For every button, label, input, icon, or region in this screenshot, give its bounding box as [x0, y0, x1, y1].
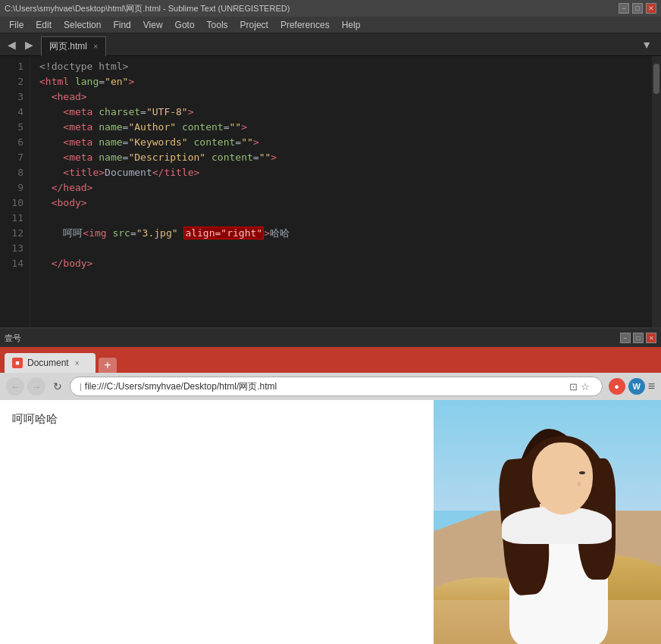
line-num: 6: [0, 135, 23, 150]
forward-button[interactable]: →: [27, 377, 45, 395]
browser-window: 壹号 − □ ✕ ■ Document × + ← → ↻ | file:///…: [0, 327, 661, 644]
record-button[interactable]: ●: [609, 378, 625, 395]
code-line-6: <meta name="Keywords" content="">: [39, 135, 643, 150]
scrollbar-thumb[interactable]: [653, 64, 659, 94]
editor-scrollbar[interactable]: [652, 56, 661, 327]
code-line-10: <body>: [39, 195, 643, 211]
line-num: 2: [0, 74, 23, 89]
line-num: 11: [0, 211, 23, 226]
menu-goto[interactable]: Goto: [169, 18, 201, 32]
tab-close-button[interactable]: ×: [93, 42, 98, 51]
screenshot-icon[interactable]: ⊡: [569, 381, 578, 392]
title-bar: C:\Users\smyhvae\Desktop\html\网页.html - …: [0, 0, 661, 17]
close-button[interactable]: ✕: [646, 3, 656, 14]
tab-prev-button[interactable]: ◀: [3, 33, 20, 56]
menu-find[interactable]: Find: [107, 18, 136, 32]
browser-active-tab[interactable]: ■ Document ×: [5, 353, 96, 373]
title-text: C:\Users\smyhvae\Desktop\html\网页.html - …: [5, 3, 290, 14]
wechat-button[interactable]: W: [628, 378, 645, 395]
tab-bar: ◀ ▶ 网页.html × ▼: [0, 33, 661, 56]
line-num: 12: [0, 226, 23, 241]
browser-window-controls: − □ ✕: [620, 333, 656, 343]
address-lock-icon: |: [80, 382, 82, 391]
line-num: 14: [0, 256, 23, 271]
code-editor: 1 2 3 4 5 6 7 8 9 10 11 12 13 14 <!docty…: [0, 56, 661, 327]
tab-next-button[interactable]: ▶: [20, 33, 38, 56]
code-line-9: </head>: [39, 180, 643, 195]
page-image: [434, 400, 661, 644]
browser-close-button[interactable]: ✕: [646, 333, 656, 343]
menu-edit[interactable]: Edit: [30, 18, 58, 32]
line-numbers: 1 2 3 4 5 6 7 8 9 10 11 12 13 14: [0, 56, 30, 327]
address-bar-row: ← → ↻ | file:///C:/Users/smyhvae/Desktop…: [0, 373, 661, 400]
bookmark-icon[interactable]: ☆: [581, 381, 590, 392]
line-num: 3: [0, 89, 23, 105]
window-controls: − □ ✕: [619, 3, 656, 14]
code-line-5: <meta name="Author" content="">: [39, 120, 643, 135]
address-input[interactable]: | file:///C:/Users/smyhvae/Desktop/html/…: [70, 377, 603, 396]
browser-content: 呵呵哈哈: [0, 400, 661, 644]
menu-project[interactable]: Project: [234, 18, 274, 32]
browser-tab-bar: ■ Document × +: [0, 347, 661, 373]
address-url: file:///C:/Users/smyhvae/Desktop/html/网页…: [85, 380, 569, 393]
menu-preferences[interactable]: Preferences: [274, 18, 336, 32]
code-line-14: </body>: [39, 256, 643, 271]
new-tab-button[interactable]: +: [99, 358, 117, 373]
browser-menu-button[interactable]: ≡: [648, 380, 655, 393]
line-num: 10: [0, 195, 23, 211]
editor-tab[interactable]: 网页.html ×: [41, 36, 106, 56]
browser-title-label: 壹号: [5, 333, 21, 344]
code-line-2: <html lang="en">: [39, 74, 643, 89]
line-num: 7: [0, 150, 23, 165]
maximize-button[interactable]: □: [632, 3, 643, 14]
code-line-1: <!doctype html>: [39, 59, 643, 74]
line-num: 5: [0, 120, 23, 135]
browser-title-bar: 壹号 − □ ✕: [0, 329, 661, 347]
person-figure: [487, 424, 638, 644]
menu-tools[interactable]: Tools: [201, 18, 234, 32]
menu-view[interactable]: View: [137, 18, 169, 32]
browser-action-buttons: ● W: [609, 378, 645, 395]
menu-help[interactable]: Help: [336, 18, 367, 32]
code-line-4: <meta charset="UTF-8">: [39, 105, 643, 120]
minimize-button[interactable]: −: [619, 3, 629, 14]
line-num: 13: [0, 241, 23, 256]
line-num: 1: [0, 59, 23, 74]
line-num: 8: [0, 165, 23, 180]
code-area[interactable]: <!doctype html> <html lang="en"> <head> …: [30, 56, 652, 327]
browser-minimize-button[interactable]: −: [620, 333, 631, 343]
refresh-button[interactable]: ↻: [49, 377, 67, 395]
browser-tab-close-button[interactable]: ×: [75, 359, 80, 367]
line-num: 4: [0, 105, 23, 120]
address-action-icons: ⊡ ☆: [569, 381, 590, 392]
tab-filename: 网页.html: [49, 40, 87, 53]
code-line-3: <head>: [39, 89, 643, 105]
page-text-area: 呵呵哈哈: [0, 400, 434, 644]
page-text: 呵呵哈哈: [12, 412, 58, 425]
menu-selection[interactable]: Selection: [58, 18, 107, 32]
browser-tab-label: Document: [27, 358, 69, 368]
code-line-12: 呵呵<img src="3.jpg" align="right">哈哈: [39, 226, 643, 241]
code-line-8: <title>Document</title>: [39, 165, 643, 180]
code-line-13: [39, 241, 643, 256]
tab-dropdown-button[interactable]: ▼: [641, 39, 658, 51]
line-num: 9: [0, 180, 23, 195]
code-line-11: [39, 211, 643, 226]
face: [532, 442, 593, 514]
menu-file[interactable]: File: [3, 18, 30, 32]
browser-tab-icon: ■: [12, 358, 23, 368]
code-line-7: <meta name="Description" content="">: [39, 150, 643, 165]
menu-bar: File Edit Selection Find View Goto Tools…: [0, 17, 661, 33]
browser-maximize-button[interactable]: □: [633, 333, 644, 343]
back-button[interactable]: ←: [6, 377, 24, 395]
